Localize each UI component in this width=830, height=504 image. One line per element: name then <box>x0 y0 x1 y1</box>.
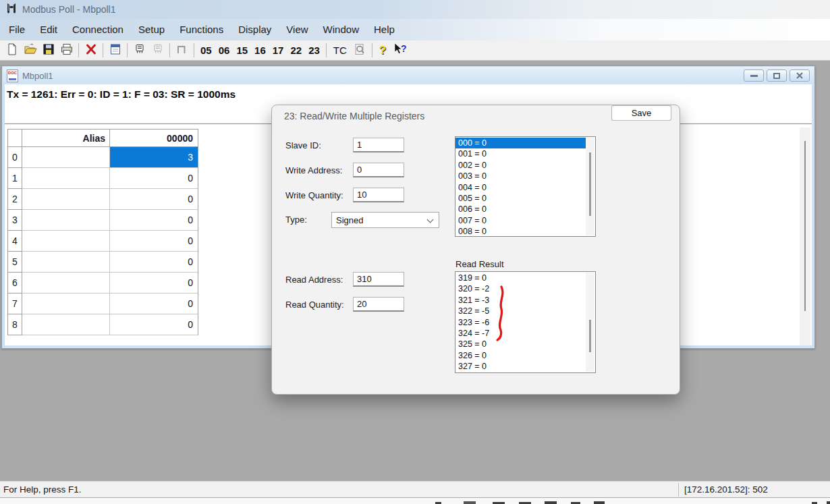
list-item[interactable]: 003 = 0 <box>455 171 586 181</box>
read-result-listbox[interactable]: 319 = 0320 = -2321 = -3322 = -5323 = -63… <box>455 271 596 373</box>
communication-button[interactable] <box>130 42 148 59</box>
value-cell[interactable]: 0 <box>110 293 198 314</box>
row-number-cell[interactable]: 8 <box>7 314 22 335</box>
function-code-button[interactable]: 15 <box>233 42 251 59</box>
list-item[interactable]: 004 = 0 <box>455 182 586 193</box>
alias-cell[interactable] <box>22 231 110 252</box>
read-quantity-field[interactable]: 20 <box>353 297 404 312</box>
alias-cell[interactable] <box>22 168 110 189</box>
alias-cell[interactable] <box>22 189 110 210</box>
alias-cell[interactable] <box>22 314 110 335</box>
read-address-field[interactable]: 310 <box>353 272 404 287</box>
alias-cell[interactable] <box>22 273 110 293</box>
value-cell[interactable]: 0 <box>110 189 198 210</box>
value-cell[interactable]: 0 <box>110 231 198 252</box>
menu-item[interactable]: View <box>279 19 315 40</box>
menu-item[interactable]: Display <box>231 19 279 40</box>
listbox-scrollbar[interactable] <box>586 138 594 235</box>
child-titlebar[interactable]: DOC Mbpoll1 <box>3 67 814 84</box>
menu-item[interactable]: Window <box>316 19 366 40</box>
list-item[interactable]: 001 = 0 <box>455 148 586 159</box>
type-dropdown[interactable]: Signed <box>331 212 439 228</box>
function-code-button[interactable]: 17 <box>269 42 287 59</box>
list-item[interactable]: 322 = -5 <box>455 306 586 316</box>
menu-item[interactable]: Help <box>366 19 402 40</box>
alias-cell[interactable] <box>22 210 110 231</box>
single-poll-button[interactable] <box>173 42 191 59</box>
value-cell[interactable]: 0 <box>110 210 198 231</box>
setup-button[interactable] <box>106 42 124 59</box>
scrollbar-thumb[interactable] <box>589 320 591 352</box>
resend-icon-disabled <box>151 43 165 59</box>
save-button[interactable]: Save <box>611 105 671 121</box>
function-code-button[interactable]: 23 <box>305 42 323 59</box>
context-help-button[interactable]: ? <box>390 42 408 59</box>
print-button[interactable] <box>57 42 76 59</box>
menu-item[interactable]: File <box>1 19 32 40</box>
list-item[interactable]: 326 = 0 <box>455 350 586 361</box>
slave-id-field[interactable]: 1 <box>353 138 404 152</box>
value-cell[interactable]: 0 <box>110 168 198 189</box>
vertical-scrollbar[interactable] <box>800 128 810 345</box>
read-write-registers-dialog: 23: Read/Write Multiple Registers Slave … <box>271 105 680 395</box>
alias-column-header[interactable]: Alias <box>22 129 110 147</box>
alias-cell[interactable] <box>22 293 110 314</box>
row-number-cell[interactable]: 1 <box>7 168 22 189</box>
value-cell[interactable]: 3 <box>110 147 198 168</box>
status-bar: For Help, press F1. [172.16.201.52]: 502 <box>0 481 830 497</box>
row-number-cell[interactable]: 3 <box>7 210 22 231</box>
alias-cell[interactable] <box>22 252 110 273</box>
table-row: 4 0 <box>7 231 198 252</box>
listbox-scrollbar[interactable] <box>586 273 594 372</box>
menu-item[interactable]: Connection <box>65 19 131 40</box>
restore-button[interactable] <box>767 69 787 82</box>
list-item[interactable]: 324 = -7 <box>455 328 586 339</box>
row-number-cell[interactable]: 6 <box>7 273 22 293</box>
value-cell[interactable]: 0 <box>110 314 198 335</box>
list-item[interactable]: 319 = 0 <box>455 273 586 283</box>
disconnect-button[interactable] <box>82 42 100 59</box>
row-number-cell[interactable]: 4 <box>7 231 22 252</box>
help-button[interactable]: ? <box>375 44 390 57</box>
open-file-button[interactable] <box>21 42 39 59</box>
close-button[interactable] <box>790 69 810 82</box>
menu-item[interactable]: Setup <box>131 19 172 40</box>
list-item[interactable]: 325 = 0 <box>455 339 586 349</box>
list-item[interactable]: 005 = 0 <box>455 193 586 204</box>
list-item[interactable]: 007 = 0 <box>455 215 586 226</box>
save-button[interactable] <box>39 42 57 59</box>
scrollbar-thumb[interactable] <box>589 152 591 216</box>
function-code-button[interactable]: 05 <box>197 42 215 59</box>
menu-item[interactable]: Functions <box>172 19 231 40</box>
function-code-button[interactable]: 16 <box>251 42 269 59</box>
value-column-header[interactable]: 00000 <box>110 129 198 147</box>
scan-button[interactable] <box>351 42 369 59</box>
alias-cell[interactable] <box>22 147 110 168</box>
resend-button[interactable] <box>148 42 167 59</box>
value-cell[interactable]: 0 <box>110 273 198 293</box>
new-file-button[interactable] <box>3 42 21 59</box>
list-item[interactable]: 002 = 0 <box>455 160 586 171</box>
scrollbar-thumb[interactable] <box>804 141 806 311</box>
row-number-cell[interactable]: 5 <box>7 252 22 273</box>
write-registers-listbox[interactable]: 000 = 0001 = 0002 = 0003 = 0004 = 0005 =… <box>455 136 596 237</box>
minimize-button[interactable] <box>744 69 764 82</box>
poll-status-line: Tx = 1261: Err = 0: ID = 1: F = 03: SR =… <box>7 88 236 101</box>
list-item[interactable]: 323 = -6 <box>455 317 586 328</box>
row-number-cell[interactable]: 2 <box>7 189 22 210</box>
list-item[interactable]: 320 = -2 <box>455 283 586 294</box>
test-center-button[interactable]: TC <box>329 42 351 59</box>
write-address-field[interactable]: 0 <box>353 163 404 177</box>
function-code-button[interactable]: 22 <box>287 42 305 59</box>
value-cell[interactable]: 0 <box>110 252 198 273</box>
write-quantity-field[interactable]: 10 <box>353 188 404 202</box>
list-item[interactable]: 321 = -3 <box>455 295 586 306</box>
row-number-cell[interactable]: 0 <box>7 147 22 168</box>
list-item[interactable]: 008 = 0 <box>455 226 586 237</box>
list-item[interactable]: 000 = 0 <box>455 138 586 148</box>
menu-item[interactable]: Edit <box>32 19 65 40</box>
list-item[interactable]: 006 = 0 <box>455 204 586 215</box>
row-number-cell[interactable]: 7 <box>7 293 22 314</box>
list-item[interactable]: 327 = 0 <box>455 361 586 372</box>
function-code-button[interactable]: 06 <box>215 42 233 59</box>
